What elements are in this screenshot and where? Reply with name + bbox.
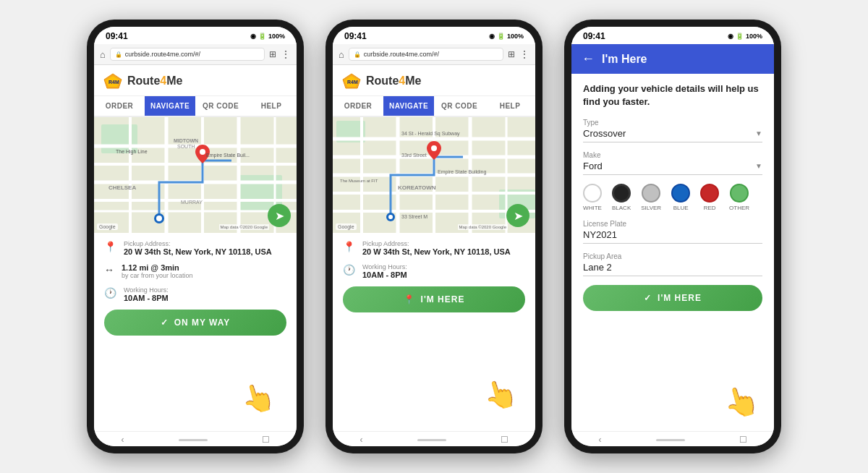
time-display-2: 09:41 xyxy=(344,31,367,41)
map-svg-2: 34 St - Herald Sq Subway Empire State Bu… xyxy=(333,117,535,233)
imhere-title: I'm Here xyxy=(602,53,647,66)
area-label: Pickup Area xyxy=(583,252,762,260)
svg-point-22 xyxy=(156,216,162,221)
swatch-blue-label: BLUE xyxy=(673,205,689,211)
svg-point-23 xyxy=(200,149,205,155)
navigate-btn-1[interactable]: ➤ xyxy=(268,204,291,227)
tab-help-1[interactable]: HELP xyxy=(246,96,297,116)
nav-back-2[interactable]: ‹ xyxy=(360,435,363,445)
pin-icon-2: 📍 xyxy=(343,241,355,252)
browser-home-2[interactable]: ⌂ xyxy=(339,49,344,60)
swatch-silver[interactable] xyxy=(642,184,660,203)
svg-text:34 St - Herald Sq Subway: 34 St - Herald Sq Subway xyxy=(401,131,460,137)
phone-3: 09:41 ◉ 🔋 100% ← I'm Here Adding your ve… xyxy=(564,20,781,453)
pickup-row-2: 📍 Pickup Address: 20 W 34th St, New York… xyxy=(343,240,525,256)
tab-order-1[interactable]: ORDER xyxy=(94,96,145,116)
back-arrow-btn[interactable]: ← xyxy=(582,51,595,67)
browser-tabs-2[interactable]: ⊞ xyxy=(508,49,515,59)
tab-navigate-1[interactable]: NAVIGATE xyxy=(145,96,195,116)
im-here-button-3[interactable]: ✓ I'M HERE xyxy=(583,285,762,311)
swatch-other[interactable] xyxy=(730,184,749,203)
color-silver: SILVER xyxy=(641,184,661,211)
phone-nav-2: ‹ ☐ xyxy=(333,431,535,446)
time-display-3: 09:41 xyxy=(583,31,605,41)
pickup-label-1: Pickup Address: xyxy=(124,240,272,247)
type-label: Type xyxy=(583,119,762,127)
nav-back[interactable]: ‹ xyxy=(122,435,124,445)
checkmark-icon: ✓ xyxy=(161,318,169,328)
hours-label-2: Working Hours: xyxy=(362,263,407,270)
map-area-2: 34 St - Herald Sq Subway Empire State Bu… xyxy=(333,117,535,233)
clock-icon-1: 🕐 xyxy=(104,287,116,299)
tab-navigate-2[interactable]: NAVIGATE xyxy=(383,96,434,116)
swatch-blue[interactable] xyxy=(671,184,690,203)
make-value[interactable]: Ford ▼ xyxy=(583,161,762,175)
lock-icon-2: 🔒 xyxy=(354,51,361,58)
nav-square-2[interactable]: ☐ xyxy=(501,435,509,445)
distance-row-1: ↔ 1.12 mi @ 3min by car from your locati… xyxy=(104,263,286,279)
hours-info-2: Working Hours: 10AM - 8PM xyxy=(362,263,407,279)
url-box-2[interactable]: 🔒 curbside.route4me.com/#/ xyxy=(349,48,503,61)
swatch-black[interactable] xyxy=(612,184,631,203)
svg-text:R4M: R4M xyxy=(109,80,119,85)
tab-qrcode-2[interactable]: QR CODE xyxy=(434,96,485,116)
browser-home[interactable]: ⌂ xyxy=(100,49,106,60)
navigate-btn-2[interactable]: ➤ xyxy=(506,204,529,227)
distance-info-1: 1.12 mi @ 3min by car from your location xyxy=(122,263,193,279)
color-white: WHITE xyxy=(583,184,602,211)
battery-icon-2: 🔋 xyxy=(497,33,505,40)
on-my-way-button[interactable]: ✓ ON MY WAY xyxy=(104,310,286,336)
battery-icon: 🔋 xyxy=(258,33,266,40)
swatch-other-label: OTHER xyxy=(729,205,749,211)
nav-back-3[interactable]: ‹ xyxy=(599,435,602,445)
route4me-logo-2: R4M Route4Me xyxy=(341,72,421,90)
tab-qrcode-1[interactable]: QR CODE xyxy=(195,96,246,116)
nav-home-bar[interactable] xyxy=(179,439,208,441)
svg-text:Empire State Buil...: Empire State Buil... xyxy=(206,153,250,158)
tab-help-2[interactable]: HELP xyxy=(485,96,535,116)
color-other: OTHER xyxy=(729,184,749,211)
browser-bar-1: ⌂ 🔒 curbside.route4me.com/#/ ⊞ ⋮ xyxy=(94,44,297,65)
area-field: Pickup Area Lane 2 xyxy=(583,252,762,276)
im-here-button-2[interactable]: 📍 I'M HERE xyxy=(343,286,525,312)
swatch-white[interactable] xyxy=(583,184,602,203)
color-black: BLACK xyxy=(612,184,631,211)
route4me-logo-1: R4M Route4Me xyxy=(103,72,182,90)
hours-label-1: Working Hours: xyxy=(124,286,169,294)
plate-value[interactable]: NY2021 xyxy=(583,229,762,244)
browser-menu-2[interactable]: ⋮ xyxy=(519,48,529,60)
hours-value-2: 10AM - 8PM xyxy=(362,270,407,279)
type-value[interactable]: Crossover ▼ xyxy=(583,128,762,142)
swatch-red[interactable] xyxy=(700,184,719,203)
phone-1: 09:41 ◉ 🔋 100% ⌂ 🔒 curbside.route4me.com… xyxy=(87,20,304,453)
nav-home-bar-2[interactable] xyxy=(417,439,446,441)
area-value[interactable]: Lane 2 xyxy=(583,262,762,276)
type-text: Crossover xyxy=(583,128,626,139)
hours-info-1: Working Hours: 10AM - 8PM xyxy=(124,286,169,302)
color-blue: BLUE xyxy=(671,184,690,211)
phone-2: 09:41 ◉ 🔋 100% ⌂ 🔒 curbside.route4me.com… xyxy=(326,20,542,453)
tab-order-2[interactable]: ORDER xyxy=(333,96,383,116)
distance-sub-1: by car from your location xyxy=(122,272,193,279)
url-box-1[interactable]: 🔒 curbside.route4me.com/#/ xyxy=(110,48,265,61)
nav-square[interactable]: ☐ xyxy=(262,435,270,445)
swatch-white-label: WHITE xyxy=(583,205,602,211)
clock-icon-2: 🕐 xyxy=(343,264,355,276)
map-data-1: Map data ©2020 Google xyxy=(219,224,269,230)
svg-text:Empire State Building: Empire State Building xyxy=(438,169,486,175)
status-bar-1: 09:41 ◉ 🔋 100% xyxy=(94,27,297,44)
r4m-header-1: R4M Route4Me xyxy=(94,65,297,96)
battery-label-2: 100% xyxy=(507,33,524,40)
type-dropdown-arrow: ▼ xyxy=(755,129,762,137)
browser-menu[interactable]: ⋮ xyxy=(281,48,291,60)
status-bar-2: 09:41 ◉ 🔋 100% xyxy=(333,27,535,44)
svg-point-41 xyxy=(431,145,437,151)
color-swatches: WHITE BLACK SILVER BLUE RED xyxy=(583,184,762,211)
pin-icon-1: 📍 xyxy=(104,241,116,252)
browser-tabs[interactable]: ⊞ xyxy=(269,49,276,59)
nav-square-3[interactable]: ☐ xyxy=(739,435,747,445)
nav-home-bar-3[interactable] xyxy=(656,439,685,441)
distance-value-1: 1.12 mi @ 3min xyxy=(122,263,193,272)
plate-label: License Plate xyxy=(583,220,762,228)
swatch-silver-label: SILVER xyxy=(641,205,661,211)
